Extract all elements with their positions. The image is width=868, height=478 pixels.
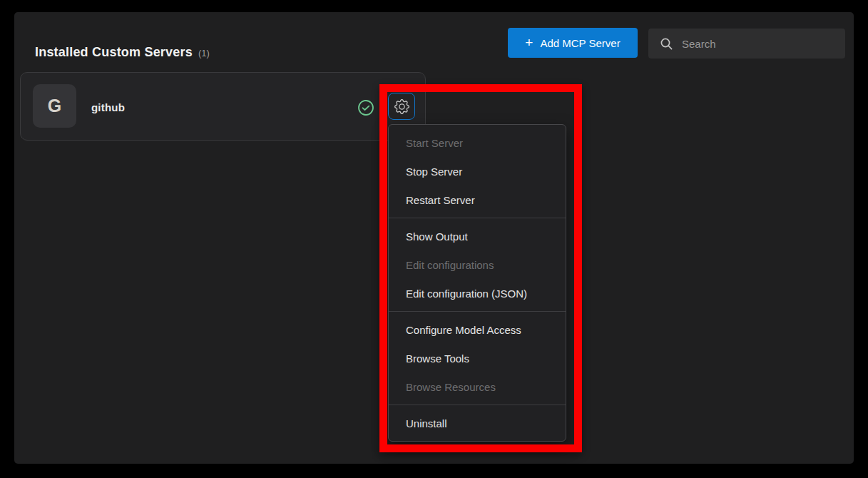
menu-item-start-server: Start Server [389, 128, 566, 157]
menu-item-browse-resources: Browse Resources [389, 372, 566, 401]
server-context-menu: Start Server Stop Server Restart Server … [388, 124, 566, 442]
menu-section-uninstall: Uninstall [389, 405, 566, 441]
server-avatar: G [33, 84, 76, 128]
add-mcp-server-button[interactable]: + Add MCP Server [508, 28, 638, 58]
menu-item-restart-server[interactable]: Restart Server [389, 185, 566, 214]
plus-icon: + [525, 36, 533, 49]
server-count-badge: (1) [198, 48, 210, 59]
server-name: github [91, 73, 125, 141]
check-circle-icon [357, 99, 374, 116]
server-settings-button[interactable] [388, 93, 415, 120]
search-icon [660, 37, 673, 51]
add-mcp-server-label: Add MCP Server [540, 37, 620, 49]
server-avatar-letter: G [48, 96, 61, 116]
page-title-text: Installed Custom Servers [35, 45, 193, 60]
menu-item-edit-configurations: Edit configurations [389, 250, 566, 279]
server-card-github[interactable]: G github [20, 72, 426, 141]
search-box[interactable] [648, 29, 845, 59]
menu-item-uninstall[interactable]: Uninstall [389, 409, 566, 437]
menu-item-configure-model-access[interactable]: Configure Model Access [389, 315, 566, 344]
menu-item-stop-server[interactable]: Stop Server [389, 157, 566, 185]
menu-item-browse-tools[interactable]: Browse Tools [389, 344, 566, 372]
menu-section-lifecycle: Start Server Stop Server Restart Server [389, 125, 566, 218]
menu-section-config: Show Output Edit configurations Edit con… [389, 218, 566, 311]
menu-item-show-output[interactable]: Show Output [389, 222, 566, 250]
page-title: Installed Custom Servers (1) [35, 45, 210, 65]
search-input[interactable] [682, 38, 837, 50]
menu-item-edit-configuration-json[interactable]: Edit configuration (JSON) [389, 279, 566, 307]
gear-icon [394, 99, 409, 114]
menu-section-browse: Configure Model Access Browse Tools Brow… [389, 312, 566, 405]
